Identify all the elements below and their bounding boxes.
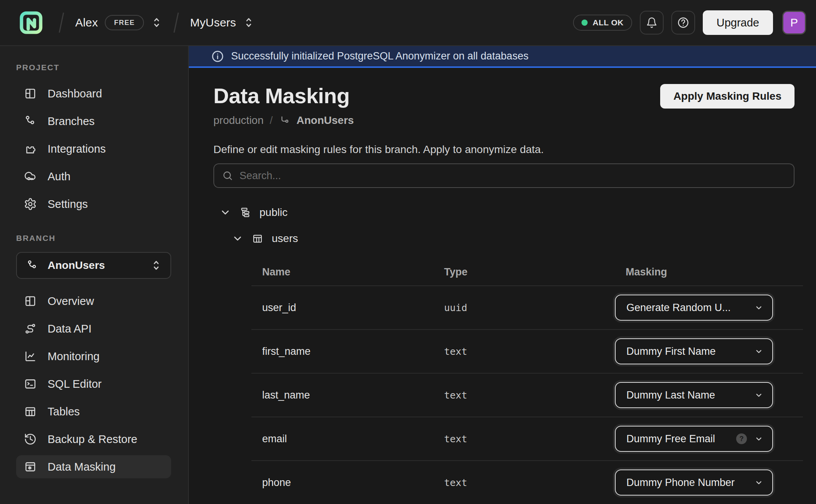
banner: Successfully initialized PostgreSQL Anon… bbox=[189, 46, 816, 68]
chevron-down-icon bbox=[754, 303, 764, 313]
masking-table: Name Type Masking user_id uuid Generate … bbox=[251, 259, 803, 504]
help-button[interactable] bbox=[671, 11, 695, 35]
sidebar-item-data-masking[interactable]: Data Masking bbox=[16, 455, 171, 478]
column-header-masking: Masking bbox=[626, 266, 803, 278]
column-type: text bbox=[444, 477, 626, 488]
chevron-down-icon[interactable] bbox=[220, 207, 231, 218]
bell-icon bbox=[646, 17, 657, 28]
sidebar-section-project: PROJECT bbox=[16, 63, 171, 72]
masking-select-value: Generate Random U... bbox=[626, 302, 754, 314]
masking-select-value: Dummy Last Name bbox=[626, 389, 754, 401]
monitoring-icon bbox=[24, 350, 37, 363]
breadcrumb-parent[interactable]: production bbox=[213, 114, 264, 127]
overview-icon bbox=[24, 295, 37, 308]
sidebar-item-label: Branches bbox=[48, 115, 95, 128]
neon-logo[interactable] bbox=[18, 9, 45, 36]
apply-masking-rules-button[interactable]: Apply Masking Rules bbox=[660, 84, 795, 109]
column-name: email bbox=[262, 433, 444, 445]
table-row: first_name text Dummy First Name bbox=[251, 329, 803, 373]
chevron-up-down-icon bbox=[150, 259, 162, 272]
masking-select-value: Dummy Phone Number bbox=[626, 477, 754, 489]
chevron-up-down-icon bbox=[243, 16, 254, 29]
upgrade-button[interactable]: Upgrade bbox=[703, 10, 773, 35]
table-row: phone text Dummy Phone Number bbox=[251, 460, 803, 504]
banner-text: Successfully initialized PostgreSQL Anon… bbox=[231, 50, 529, 62]
schema-tree: public users bbox=[213, 199, 795, 252]
masking-select[interactable]: Dummy First Name bbox=[615, 338, 773, 364]
masking-select-value: Dummy First Name bbox=[626, 346, 754, 357]
column-name: phone bbox=[262, 477, 444, 489]
dashboard-icon bbox=[24, 87, 37, 100]
chevron-up-down-icon bbox=[151, 16, 162, 29]
sidebar-item-label: SQL Editor bbox=[48, 378, 102, 390]
branch-icon bbox=[26, 259, 38, 272]
sidebar-item-label: Data API bbox=[48, 323, 91, 335]
branch-selector[interactable]: AnonUsers bbox=[16, 252, 171, 279]
column-header-name: Name bbox=[262, 266, 444, 278]
tree-node-label: public bbox=[259, 206, 287, 219]
sidebar-item-data-api[interactable]: Data API bbox=[16, 317, 171, 340]
user-avatar[interactable]: P bbox=[782, 11, 806, 35]
sidebar-item-label: Tables bbox=[48, 405, 80, 418]
data-api-icon bbox=[24, 322, 37, 335]
column-type: uuid bbox=[444, 302, 626, 313]
sidebar-item-branches[interactable]: Branches bbox=[16, 110, 171, 133]
sidebar-item-label: Overview bbox=[48, 295, 94, 308]
branch-selector-value: AnonUsers bbox=[48, 259, 141, 272]
sidebar-item-tables[interactable]: Tables bbox=[16, 400, 171, 423]
sidebar-item-backup-restore[interactable]: Backup & Restore bbox=[16, 428, 171, 451]
masking-select-value: Dummy Free Email bbox=[626, 433, 736, 445]
search-box bbox=[213, 163, 795, 188]
data-masking-icon bbox=[24, 460, 37, 473]
branches-icon bbox=[24, 115, 37, 128]
chevron-down-icon[interactable] bbox=[232, 233, 243, 244]
status-dot bbox=[581, 20, 588, 26]
header-right: ALL OK Upgrade P bbox=[573, 10, 806, 35]
sidebar-item-overview[interactable]: Overview bbox=[16, 290, 171, 313]
branch-child-icon bbox=[279, 115, 291, 126]
project-name: MyUsers bbox=[190, 16, 236, 29]
masking-select[interactable]: Generate Random U... bbox=[615, 295, 773, 321]
backup-restore-icon bbox=[24, 433, 37, 446]
sidebar-item-label: Backup & Restore bbox=[48, 433, 137, 446]
settings-icon bbox=[24, 198, 37, 211]
sidebar-item-auth[interactable]: Auth bbox=[16, 165, 171, 188]
tree-node-table[interactable]: users bbox=[213, 226, 795, 252]
chevron-down-icon bbox=[754, 478, 764, 488]
status-pill[interactable]: ALL OK bbox=[573, 15, 632, 31]
page-title: Data Masking bbox=[213, 83, 354, 108]
org-switcher[interactable]: Alex FREE bbox=[71, 13, 166, 33]
column-type: text bbox=[444, 433, 626, 445]
table-row: user_id uuid Generate Random U... bbox=[251, 285, 803, 329]
chevron-down-icon bbox=[754, 434, 764, 444]
search-input[interactable] bbox=[240, 170, 786, 182]
sidebar-item-label: Data Masking bbox=[48, 461, 116, 473]
tree-node-schema[interactable]: public bbox=[213, 199, 795, 226]
auth-icon bbox=[24, 170, 37, 183]
masking-table-header: Name Type Masking bbox=[251, 259, 803, 285]
search-icon bbox=[222, 170, 233, 181]
masking-select[interactable]: Dummy Free Email ? bbox=[615, 426, 773, 452]
sidebar-item-label: Dashboard bbox=[48, 87, 102, 100]
sidebar-item-monitoring[interactable]: Monitoring bbox=[16, 345, 171, 368]
column-name: first_name bbox=[262, 346, 444, 357]
table-row: email text Dummy Free Email ? bbox=[251, 417, 803, 460]
sidebar-item-label: Auth bbox=[48, 170, 71, 183]
help-icon bbox=[677, 16, 689, 29]
sidebar-item-dashboard[interactable]: Dashboard bbox=[16, 82, 171, 105]
sidebar-item-settings[interactable]: Settings bbox=[16, 193, 171, 216]
project-switcher[interactable]: MyUsers bbox=[186, 14, 258, 31]
notifications-button[interactable] bbox=[640, 11, 664, 35]
header-left: Alex FREE MyUsers bbox=[18, 9, 258, 36]
sidebar-item-sql-editor[interactable]: SQL Editor bbox=[16, 372, 171, 395]
column-type: text bbox=[444, 346, 626, 357]
breadcrumb-current: AnonUsers bbox=[297, 114, 354, 127]
column-type: text bbox=[444, 390, 626, 401]
masking-select[interactable]: Dummy Last Name bbox=[615, 382, 773, 408]
main-content: Successfully initialized PostgreSQL Anon… bbox=[189, 46, 816, 504]
breadcrumb: production / AnonUsers bbox=[213, 114, 354, 127]
sidebar-item-integrations[interactable]: Integrations bbox=[16, 137, 171, 160]
title-block: Data Masking production / AnonUsers bbox=[213, 83, 354, 127]
masking-select[interactable]: Dummy Phone Number bbox=[615, 469, 773, 496]
sidebar-item-label: Monitoring bbox=[48, 350, 99, 363]
